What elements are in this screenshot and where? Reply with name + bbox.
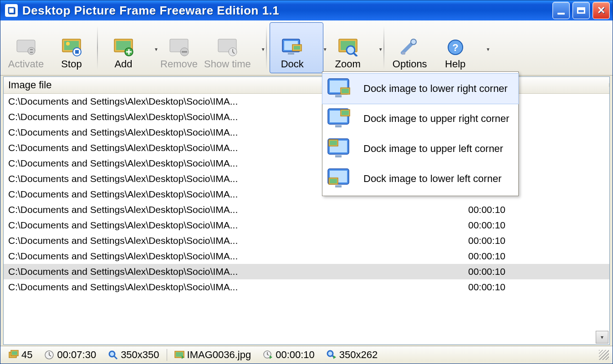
close-button[interactable] [593, 2, 610, 19]
svg-rect-46 [330, 179, 337, 183]
status-current-size: 350x262 [322, 349, 382, 361]
svg-point-1 [28, 47, 35, 55]
dock-menu-item[interactable]: Dock image to upper right corner [322, 104, 518, 134]
svg-rect-36 [342, 111, 349, 115]
help-button[interactable]: ? Help ▼ [433, 22, 486, 73]
svg-rect-29 [335, 95, 342, 97]
window-buttons [552, 2, 610, 19]
toolbar-separator [97, 26, 98, 70]
svg-rect-31 [342, 89, 349, 93]
dock-menu-item[interactable]: Dock image to lower left corner [322, 164, 518, 194]
list-item[interactable]: C:\Documents and Settings\Alex\Desktop\S… [4, 248, 609, 264]
remove-button[interactable]: Remove [156, 22, 202, 73]
status-count: 45 [4, 349, 37, 361]
dock-button[interactable]: Dock ▼ [270, 22, 323, 73]
monitor-icon [325, 137, 354, 161]
status-current-file: IMAG0036.jpg [170, 349, 256, 361]
list-item-file: C:\Documents and Settings\Alex\Desktop\S… [8, 264, 468, 279]
list-item[interactable]: C:\Documents and Settings\Alex\Desktop\S… [4, 217, 609, 233]
list-item[interactable]: C:\Documents and Settings\Alex\Desktop\S… [4, 202, 609, 217]
list-item[interactable]: C:\Documents and Settings\Alex\Desktop\S… [4, 233, 609, 248]
svg-rect-44 [335, 185, 342, 187]
svg-point-51 [109, 351, 115, 357]
dock-menu-label: Dock image to upper left corner [363, 143, 511, 155]
zoom-button[interactable]: Zoom ▼ [325, 22, 379, 73]
magnifier-play-icon [327, 350, 337, 360]
status-current-time: 00:00:10 [258, 349, 319, 361]
toolbar-separator [383, 26, 384, 70]
dock-menu-item[interactable]: Dock image to upper left corner [322, 134, 518, 164]
svg-rect-39 [335, 155, 342, 157]
list-item-file: C:\Documents and Settings\Alex\Desktop\S… [8, 248, 468, 264]
list-item-file: C:\Documents and Settings\Alex\Desktop\S… [8, 233, 468, 248]
dropdown-arrow-icon[interactable]: ▼ [486, 47, 490, 52]
dock-menu-label: Dock image to upper right corner [363, 113, 511, 125]
list-item-time: 00:00:10 [468, 279, 605, 295]
dropdown-arrow-icon[interactable]: ▼ [261, 47, 266, 52]
svg-line-22 [353, 53, 357, 56]
status-thumb-size: 350x350 [103, 349, 163, 361]
dock-menu-label: Dock image to lower left corner [363, 173, 511, 185]
maximize-button[interactable] [572, 2, 590, 19]
scroll-down-button[interactable]: ▾ [596, 331, 608, 344]
svg-line-52 [114, 356, 117, 359]
list-item[interactable]: C:\Documents and Settings\Alex\Desktop\S… [4, 264, 609, 279]
add-icon [112, 38, 134, 56]
showtime-button[interactable]: Show time ▼ [202, 22, 261, 73]
svg-text:?: ? [452, 42, 458, 53]
picture-icon [174, 350, 184, 360]
list-item-time: 00:00:10 [468, 217, 605, 233]
add-button[interactable]: Add ▼ [101, 22, 154, 73]
magnifier-icon [108, 350, 118, 360]
status-total-time: 00:07:30 [40, 349, 101, 361]
remove-icon [168, 38, 190, 56]
activate-icon [15, 38, 37, 56]
resize-grip[interactable] [599, 350, 609, 360]
pictures-icon [9, 350, 19, 360]
dropdown-arrow-icon[interactable]: ▼ [378, 47, 383, 52]
list-item-file: C:\Documents and Settings\Alex\Desktop\S… [8, 202, 468, 217]
dock-icon [281, 38, 303, 56]
dock-menu-item[interactable]: Dock image to lower right corner [322, 73, 519, 104]
activate-button[interactable]: Activate [3, 22, 49, 73]
list-item-time: 00:00:10 [468, 264, 605, 279]
svg-point-4 [66, 42, 70, 46]
monitor-icon [325, 167, 354, 191]
options-button[interactable]: Options [387, 22, 433, 73]
clock-icon [216, 38, 238, 56]
toolbar: Activate Stop Add ▼ Remove Show t [0, 20, 613, 76]
app-window: ❏ Desktop Picture Frame Freeware Edition… [0, 0, 613, 364]
svg-rect-16 [288, 53, 294, 55]
list-item-time: 00:00:10 [468, 202, 605, 217]
list-item-time: 00:00:10 [468, 233, 605, 248]
list-item[interactable]: C:\Documents and Settings\Alex\Desktop\S… [4, 279, 609, 295]
monitor-icon [325, 77, 354, 101]
zoom-icon [337, 38, 359, 56]
svg-rect-34 [335, 125, 342, 127]
toolbar-separator [266, 26, 267, 70]
svg-rect-49 [12, 351, 17, 355]
help-icon: ? [444, 38, 466, 56]
minimize-button[interactable] [552, 2, 570, 19]
svg-rect-18 [294, 46, 300, 50]
stop-icon [61, 38, 82, 56]
dock-menu-label: Dock image to lower right corner [363, 83, 511, 95]
svg-rect-41 [330, 141, 337, 145]
monitor-icon [325, 107, 354, 131]
svg-point-23 [411, 39, 416, 45]
list-item-file: C:\Documents and Settings\Alex\Desktop\S… [8, 217, 468, 233]
app-icon: ❏ [5, 4, 18, 17]
statusbar: 45 00:07:30 350x350 IMAG0036.jpg 00:00:1… [0, 346, 613, 364]
options-icon [399, 38, 421, 56]
titlebar[interactable]: ❏ Desktop Picture Frame Freeware Edition… [0, 0, 613, 20]
file-list: Image file C:\Documents and Settings\Ale… [3, 76, 610, 345]
status-separator [167, 349, 167, 361]
clock-play-icon [263, 350, 273, 360]
window-title: Desktop Picture Frame Freeware Edition 1… [22, 4, 552, 18]
stop-button[interactable]: Stop [49, 22, 94, 73]
dock-dropdown-menu: Dock image to lower right cornerDock ima… [322, 71, 519, 196]
svg-rect-24 [402, 52, 405, 55]
list-item-time: 00:00:10 [468, 248, 605, 264]
clock-icon [44, 350, 54, 360]
list-item-file: C:\Documents and Settings\Alex\Desktop\S… [8, 279, 468, 295]
